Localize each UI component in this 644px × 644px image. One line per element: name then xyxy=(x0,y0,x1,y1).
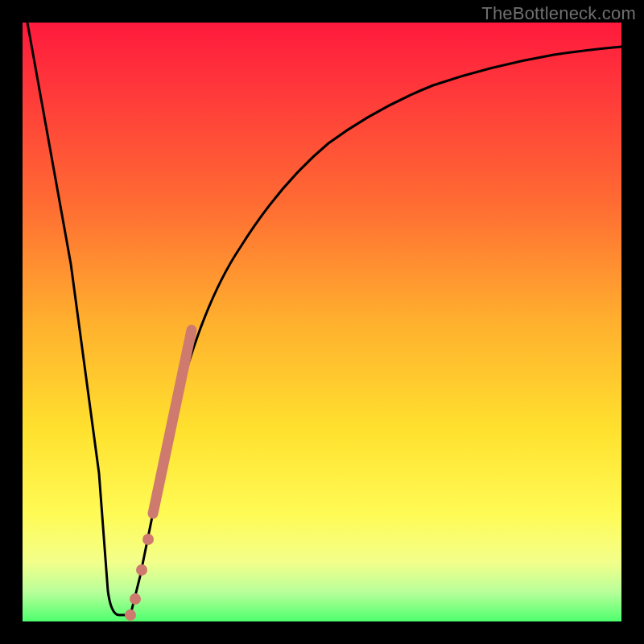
highlight-dot xyxy=(142,534,154,545)
bottleneck-curve xyxy=(27,23,621,615)
highlight-dot xyxy=(130,593,141,605)
highlight-segment xyxy=(153,330,192,514)
curve-layer xyxy=(23,23,621,621)
highlight-dot xyxy=(136,564,147,576)
chart-frame: TheBottleneck.com xyxy=(0,0,644,644)
watermark-text: TheBottleneck.com xyxy=(481,3,636,24)
plot-area xyxy=(23,23,621,621)
highlight-dot xyxy=(125,609,136,621)
